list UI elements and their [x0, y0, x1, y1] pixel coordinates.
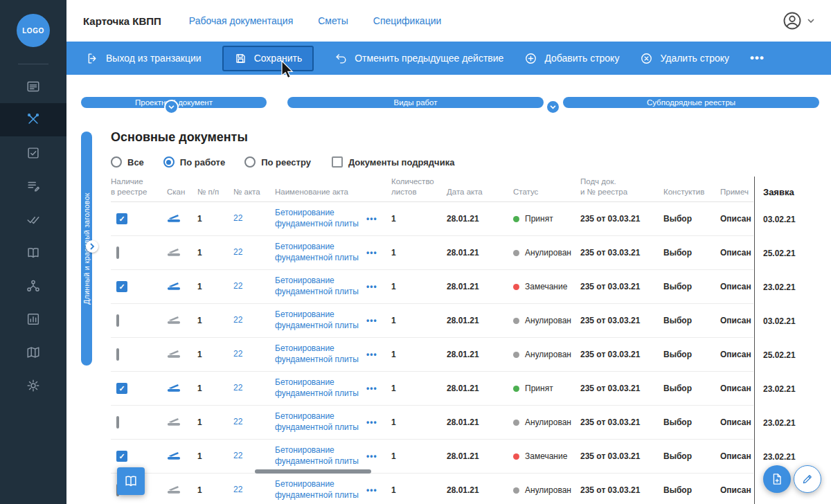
nav-specifications[interactable]: Спецификации	[373, 15, 442, 26]
save-button[interactable]: Сохранить	[222, 46, 314, 71]
sidebar-item-tools[interactable]	[0, 103, 66, 136]
row-menu-button[interactable]: •••	[366, 417, 377, 427]
pill-work-types[interactable]: Виды работ	[287, 97, 544, 108]
radio-icon[interactable]	[163, 156, 175, 168]
logo-text: LOGO	[22, 27, 44, 35]
section-title: Основные документы	[111, 130, 248, 145]
status-dot	[513, 352, 519, 358]
radio-icon[interactable]	[244, 156, 256, 168]
journal-button[interactable]	[117, 467, 145, 495]
row-select-checkbox[interactable]	[116, 246, 119, 259]
act-name-link[interactable]: Бетонирование фундаментной плиты	[275, 242, 361, 263]
act-number-link[interactable]: 22	[233, 383, 242, 393]
sidebar-item-library[interactable]	[0, 336, 66, 369]
act-number-link[interactable]: 22	[233, 247, 242, 257]
row-select-checkbox[interactable]: ✓	[116, 383, 127, 394]
toolbar-more-button[interactable]: •••	[750, 51, 765, 65]
row-menu-button[interactable]: •••	[366, 316, 377, 325]
filter-radio-option[interactable]: По работе	[163, 156, 225, 168]
user-menu[interactable]	[782, 10, 814, 31]
act-number-link[interactable]: 22	[233, 281, 242, 291]
filter-radio-option[interactable]: Все	[111, 156, 144, 168]
pill-label: Субподрядные реестры	[647, 98, 735, 107]
horizontal-scrollbar-thumb[interactable]	[255, 469, 371, 474]
act-number-link[interactable]: 22	[233, 349, 242, 359]
scan-icon[interactable]	[167, 246, 181, 257]
scan-icon[interactable]	[167, 280, 181, 291]
delete-row-button[interactable]: Удалить строку	[640, 52, 729, 65]
act-number-link[interactable]: 22	[233, 315, 242, 325]
filter-radio-option[interactable]: По реестру	[244, 156, 311, 168]
row-select-checkbox[interactable]: ✓	[116, 281, 127, 292]
row-menu-button[interactable]: •••	[366, 451, 377, 461]
collapsed-panel-tab[interactable]: Длинный и красивый заголовок	[81, 132, 92, 366]
scan-icon[interactable]	[167, 416, 181, 426]
sidebar-item-documents[interactable]	[0, 170, 66, 203]
row-menu-button[interactable]: •••	[366, 384, 377, 393]
edit-fab[interactable]	[794, 465, 821, 493]
col-header-registry: Подч док.и № реестра	[580, 177, 663, 197]
scan-icon[interactable]	[167, 213, 181, 223]
tools-icon	[26, 112, 41, 127]
sidebar-item-approvals[interactable]	[0, 203, 66, 236]
pill-expand-button-2[interactable]	[546, 100, 560, 114]
act-name-link[interactable]: Бетонирование фундаментной плиты	[275, 445, 361, 467]
table-row: 122Бетонирование фундаментной плиты•••12…	[111, 236, 753, 270]
row-select-checkbox[interactable]	[116, 314, 119, 327]
act-name-link[interactable]: Бетонирование фундаментной плиты	[275, 479, 361, 501]
sidebar-item-journal[interactable]	[0, 236, 66, 269]
exit-transaction-button[interactable]: Выход из транзакции	[86, 52, 202, 65]
act-number-link[interactable]: 22	[233, 451, 242, 460]
scan-icon[interactable]	[167, 348, 181, 359]
pill-subcontract-registries[interactable]: Субподрядные реестры	[563, 97, 819, 108]
request-date: 23.02.21	[755, 406, 831, 440]
row-menu-button[interactable]: •••	[366, 248, 377, 258]
col-header-note: Примеч	[720, 187, 753, 197]
scan-icon[interactable]	[167, 314, 181, 325]
row-menu-button[interactable]: •••	[366, 282, 377, 291]
act-number-link[interactable]: 22	[233, 485, 242, 494]
expand-panel-button[interactable]	[86, 240, 98, 253]
row-select-checkbox[interactable]	[116, 416, 119, 429]
act-name-link[interactable]: Бетонирование фундаментной плиты	[275, 377, 361, 399]
nav-working-documentation[interactable]: Рабочая документация	[189, 15, 293, 26]
act-name-link[interactable]: Бетонирование фундаментной плиты	[275, 208, 361, 229]
sidebar-item-reports[interactable]	[0, 303, 66, 336]
scan-icon[interactable]	[167, 382, 181, 393]
scan-icon[interactable]	[167, 484, 181, 494]
status-dot	[513, 453, 519, 460]
registry-ref: 235 от 03.03.21	[580, 248, 663, 258]
act-number-link[interactable]: 22	[233, 417, 242, 426]
sidebar-item-registry[interactable]	[0, 70, 66, 103]
act-number-link[interactable]: 22	[233, 213, 242, 223]
scan-icon[interactable]	[167, 450, 181, 460]
undo-button[interactable]: Отменить предыдущее действие	[334, 52, 503, 65]
add-document-fab[interactable]	[763, 465, 791, 493]
row-menu-button[interactable]: •••	[366, 485, 377, 495]
row-select-checkbox[interactable]: ✓	[116, 451, 127, 462]
add-row-button[interactable]: Добавить строку	[524, 52, 619, 65]
table-row: 122Бетонирование фундаментной плиты•••12…	[111, 474, 753, 504]
row-select-checkbox[interactable]: ✓	[116, 213, 127, 224]
sidebar-item-acts[interactable]	[0, 136, 66, 170]
sidebar-item-settings[interactable]	[0, 369, 66, 402]
row-menu-button[interactable]: •••	[366, 350, 377, 359]
app-logo[interactable]: LOGO	[17, 14, 50, 47]
row-select-checkbox[interactable]	[116, 348, 119, 361]
checkbox-icon[interactable]	[332, 156, 343, 168]
sidebar-item-contractors[interactable]	[0, 269, 66, 303]
contractor-filter[interactable]: Документы подрядчика	[332, 156, 454, 168]
act-name-link[interactable]: Бетонирование фундаментной плиты	[275, 276, 361, 297]
note-value: Описан	[720, 316, 753, 325]
act-name-link[interactable]: Бетонирование фундаментной плиты	[275, 411, 361, 433]
constructive-value: Выбор	[663, 417, 720, 427]
status-label: Анулирован	[525, 485, 571, 495]
sheet-count: 1	[391, 316, 447, 325]
nav-estimates[interactable]: Сметы	[318, 15, 348, 26]
pill-expand-button-1[interactable]	[164, 100, 179, 114]
act-date: 28.01.21	[447, 248, 513, 258]
act-name-link[interactable]: Бетонирование фундаментной плиты	[275, 343, 361, 365]
act-name-link[interactable]: Бетонирование фундаментной плиты	[275, 309, 361, 331]
row-menu-button[interactable]: •••	[366, 214, 377, 224]
radio-icon[interactable]	[111, 156, 122, 168]
